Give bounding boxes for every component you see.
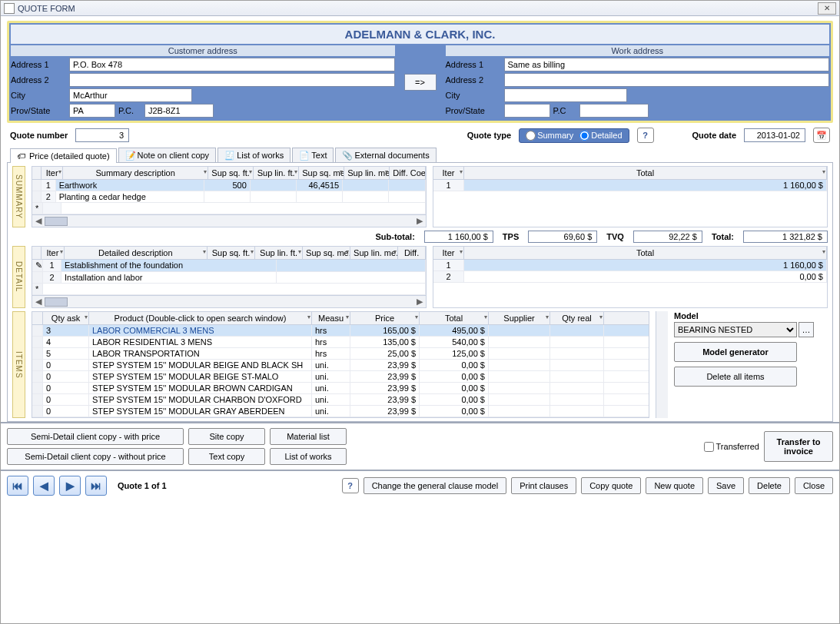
- next-record-button[interactable]: ▶: [59, 476, 81, 496]
- detail-hscroll[interactable]: ◀▶: [32, 295, 426, 307]
- save-button[interactable]: Save: [708, 477, 744, 494]
- items-vscroll[interactable]: [656, 311, 668, 418]
- model-label: Model: [674, 311, 828, 320]
- tab-note[interactable]: 📝Note on client copy: [118, 148, 217, 162]
- window-close-button[interactable]: ✕: [818, 2, 836, 15]
- semi-detail-without-price-button[interactable]: Semi-Detail client copy - without price: [7, 448, 184, 465]
- footer-help-button[interactable]: ?: [342, 478, 359, 493]
- work-address-group: Work address Address 1 Address 2 City: [446, 45, 830, 119]
- table-row[interactable]: 5 LABOR TRANSPORTATION hrs 25,00 $ 125,0…: [32, 348, 649, 360]
- first-record-button[interactable]: ⏮: [7, 476, 28, 496]
- table-row[interactable]: 4 LABOR RESIDENTIAL 3 MENS hrs 135,00 $ …: [32, 337, 649, 348]
- cust-pc-label: P.C.: [118, 106, 141, 115]
- model-generator-button[interactable]: Model generator: [674, 342, 797, 362]
- quote-date-input[interactable]: [744, 128, 805, 142]
- cust-pc-input[interactable]: [144, 104, 214, 118]
- summary-grid[interactable]: Iter▾ Summary description▾ Sup sq. ft.▾ …: [32, 166, 427, 227]
- table-row[interactable]: 0 STEP SYSTEM 15'' MODULAR GRAY ABERDEEN…: [32, 406, 649, 417]
- list-of-works-button[interactable]: List of works: [270, 448, 347, 465]
- transferred-checkbox[interactable]: Transferred: [704, 442, 759, 452]
- copy-quote-button[interactable]: Copy quote: [581, 477, 641, 494]
- work-pc-label: P.C: [553, 106, 576, 115]
- summary-total-grid[interactable]: Iter▾ Total▾ 1 1 160,00 $: [433, 166, 828, 227]
- new-row[interactable]: *: [32, 284, 426, 295]
- copy-address-button[interactable]: =>: [404, 74, 437, 91]
- cust-addr2-input[interactable]: [69, 73, 395, 87]
- table-row[interactable]: 0 STEP SYSTEM 15'' MODULAR BEIGE AND BLA…: [32, 360, 649, 371]
- dropdown-icon[interactable]: ▾: [58, 168, 61, 175]
- table-row[interactable]: 11 160,00 $: [433, 260, 827, 271]
- table-row[interactable]: 0 STEP SYSTEM 15'' MODULAR BROWN CARDIGA…: [32, 383, 649, 394]
- close-button[interactable]: Close: [795, 477, 833, 494]
- dropdown-icon[interactable]: ▾: [385, 168, 388, 175]
- table-row[interactable]: 0 STEP SYSTEM 15'' MODULAR BEIGE ST-MALO…: [32, 371, 649, 383]
- table-row[interactable]: 3 LABOR COMMERCIAL 3 MENS hrs 165,00 $ 4…: [32, 325, 649, 337]
- cust-addr1-input[interactable]: [69, 58, 395, 71]
- dropdown-icon[interactable]: ▾: [294, 168, 297, 175]
- table-row[interactable]: ✎1Establishment of the foundation: [32, 260, 426, 272]
- quote-date-label: Quote date: [692, 131, 736, 140]
- cust-addr1-label: Address 1: [11, 60, 66, 69]
- model-select[interactable]: BEARING NESTED: [674, 322, 797, 337]
- paperclip-icon: 📎: [342, 151, 351, 160]
- quote-type-detailed-radio[interactable]: Detailed: [579, 131, 622, 141]
- items-grid[interactable]: Qty ask▾ Product (Double-click to open s…: [32, 311, 649, 418]
- prev-record-button[interactable]: ◀: [33, 476, 55, 496]
- delete-all-items-button[interactable]: Delete all items: [674, 367, 797, 387]
- cust-city-label: City: [11, 91, 66, 100]
- detail-grid[interactable]: Iter▾ Detailed description▾ Sup sq. ft.▾…: [32, 246, 427, 308]
- new-quote-button[interactable]: New quote: [646, 477, 703, 494]
- table-row[interactable]: 20,00 $: [433, 271, 827, 283]
- work-addr1-input[interactable]: [504, 58, 830, 71]
- table-row[interactable]: 0 STEP SYSTEM 15'' MODULAR CHARBON D'OXF…: [32, 394, 649, 406]
- dropdown-icon[interactable]: ▾: [249, 168, 252, 175]
- dropdown-icon[interactable]: ▾: [204, 168, 207, 175]
- table-row[interactable]: 2Installation and labor: [32, 272, 426, 284]
- total-value: 1 321,82 $: [743, 231, 828, 243]
- table-row[interactable]: 2 Planting a cedar hedge: [32, 191, 426, 203]
- text-copy-button[interactable]: Text copy: [188, 448, 265, 465]
- quote-number-label: Quote number: [10, 131, 68, 140]
- customer-address-heading: Customer address: [11, 45, 395, 56]
- tab-price[interactable]: 🏷Price (detailed quote): [10, 148, 117, 163]
- detail-total-grid[interactable]: Iter▾ Total▾ 11 160,00 $ 20,00 $: [433, 246, 828, 308]
- summary-hscroll[interactable]: ◀▶: [32, 214, 426, 227]
- table-row[interactable]: 1 1 160,00 $: [433, 180, 827, 191]
- quote-type-help-button[interactable]: ?: [637, 128, 654, 143]
- material-list-button[interactable]: Material list: [270, 428, 347, 445]
- change-clause-model-button[interactable]: Change the general clause model: [364, 477, 507, 494]
- subtotal-label: Sub-total:: [376, 232, 415, 241]
- work-prov-input[interactable]: [504, 104, 550, 118]
- dropdown-icon[interactable]: ▾: [340, 168, 343, 175]
- summary-section-label: SUMMARY: [12, 166, 25, 227]
- semi-detail-with-price-button[interactable]: Semi-Detail client copy - with price: [7, 428, 184, 445]
- work-city-input[interactable]: [504, 88, 627, 102]
- date-picker-button[interactable]: 📅: [813, 128, 830, 143]
- site-copy-button[interactable]: Site copy: [188, 428, 265, 445]
- cust-city-input[interactable]: [69, 88, 192, 102]
- table-row[interactable]: 1 Earthwork 500 46,4515: [32, 180, 426, 191]
- company-name: ADELMANN & CLARK, INC.: [11, 25, 829, 44]
- cust-addr2-label: Address 2: [11, 75, 66, 85]
- list-icon: 🧾: [224, 151, 234, 160]
- model-browse-button[interactable]: …: [798, 322, 814, 337]
- form-icon: [4, 3, 15, 14]
- tab-list-works[interactable]: 🧾List of works: [217, 148, 291, 162]
- print-clauses-button[interactable]: Print clauses: [511, 477, 576, 494]
- delete-button[interactable]: Delete: [749, 477, 790, 494]
- text-icon: 📄: [299, 151, 308, 160]
- work-addr2-label: Address 2: [446, 75, 501, 85]
- quote-type-summary-radio[interactable]: Summary: [526, 131, 573, 141]
- tab-external-docs[interactable]: 📎External documents: [335, 148, 436, 162]
- new-row[interactable]: *: [32, 203, 426, 214]
- quote-number-input[interactable]: [75, 128, 129, 142]
- last-record-button[interactable]: ⏭: [85, 476, 107, 496]
- cust-prov-input[interactable]: [69, 104, 115, 118]
- work-pc-input[interactable]: [579, 104, 649, 118]
- tab-text[interactable]: 📄Text: [292, 148, 334, 162]
- cust-prov-label: Prov/State: [11, 106, 66, 115]
- record-counter: Quote 1 of 1: [118, 481, 167, 490]
- work-addr2-input[interactable]: [504, 73, 830, 87]
- transfer-to-invoice-button[interactable]: Transfer to invoice: [764, 431, 833, 462]
- tvq-label: TVQ: [606, 232, 624, 241]
